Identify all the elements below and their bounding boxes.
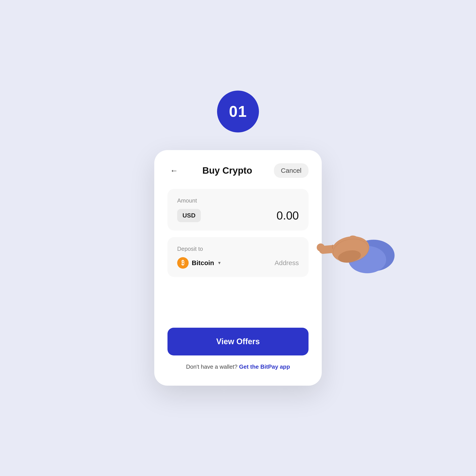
chevron-down-icon: ▾ [218,260,221,266]
page-container: 01 ← Buy Crypto Cancel Amount USD 0.00 [0,0,476,476]
svg-point-6 [347,233,362,247]
svg-point-0 [353,239,394,271]
phone-wrapper: ← Buy Crypto Cancel Amount USD 0.00 Depo… [154,150,322,386]
back-arrow-icon: ← [170,166,178,175]
svg-rect-3 [319,243,349,254]
deposit-label: Deposit to [177,245,299,252]
amount-value[interactable]: 0.00 [277,209,299,222]
phone-header: ← Buy Crypto Cancel [168,163,308,178]
deposit-row: ₿ Bitcoin ▾ Address [177,257,299,269]
view-offers-button[interactable]: View Offers [168,328,308,356]
amount-row: USD 0.00 [177,209,299,222]
wallet-prompt-text: Don't have a wallet? [186,363,237,370]
deposit-section: Deposit to ₿ Bitcoin ▾ Address [168,237,308,277]
back-button[interactable]: ← [168,164,181,177]
cancel-button[interactable]: Cancel [274,163,308,178]
bitcoin-icon: ₿ [177,257,189,269]
hand-illustration [308,212,397,282]
amount-section: Amount USD 0.00 [168,189,308,231]
currency-badge[interactable]: USD [177,209,201,222]
page-title: Buy Crypto [202,165,252,176]
phone-card: ← Buy Crypto Cancel Amount USD 0.00 Depo… [154,150,322,386]
svg-point-7 [331,236,371,265]
wallet-prompt: Don't have a wallet? Get the BitPay app [168,363,308,370]
amount-label: Amount [177,197,299,204]
address-field[interactable]: Address [274,259,299,267]
step-badge: 01 [217,91,259,133]
spacer [168,284,308,328]
svg-point-1 [348,246,386,273]
crypto-selector[interactable]: ₿ Bitcoin ▾ [177,257,221,269]
svg-point-5 [337,249,362,264]
svg-point-2 [330,233,371,265]
crypto-name: Bitcoin [192,259,214,267]
get-bitpay-link[interactable]: Get the BitPay app [239,363,290,370]
step-number: 01 [229,103,247,120]
